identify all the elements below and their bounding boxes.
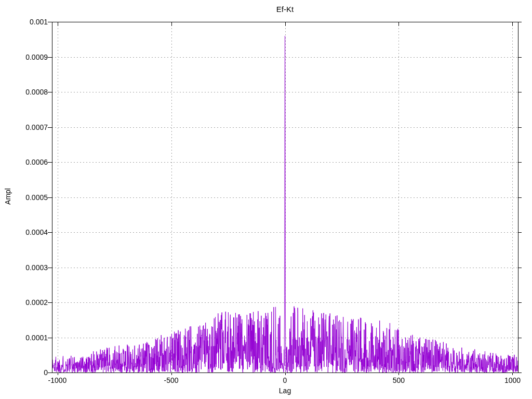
- y-tick-label: 0.0009: [0, 52, 48, 62]
- y-tick-label: 0.0001: [0, 333, 48, 342]
- y-tick-label: 0.0004: [0, 228, 48, 237]
- plot-canvas: [0, 0, 532, 399]
- x-tick-label: 500: [373, 376, 424, 385]
- x-axis-label: Lag: [52, 387, 518, 395]
- y-tick-label: 0.0002: [0, 298, 48, 307]
- y-tick-label: 0.001: [0, 17, 48, 26]
- x-tick-label: 1000: [486, 376, 532, 385]
- x-tick-label: 0: [259, 376, 311, 385]
- x-tick-label: -500: [145, 376, 197, 385]
- y-tick-label: 0.0005: [0, 193, 48, 202]
- y-tick-label: 0.0007: [0, 123, 48, 132]
- y-tick-label: 0.0008: [0, 87, 48, 97]
- correlation-chart: Ef-Kt Ampl Lag 00.00010.00020.00030.0004…: [0, 0, 532, 399]
- x-tick-label: -1000: [32, 376, 84, 385]
- y-tick-label: 0.0003: [0, 263, 48, 272]
- y-tick-label: 0.0006: [0, 157, 48, 167]
- chart-title: Ef-Kt: [52, 5, 518, 14]
